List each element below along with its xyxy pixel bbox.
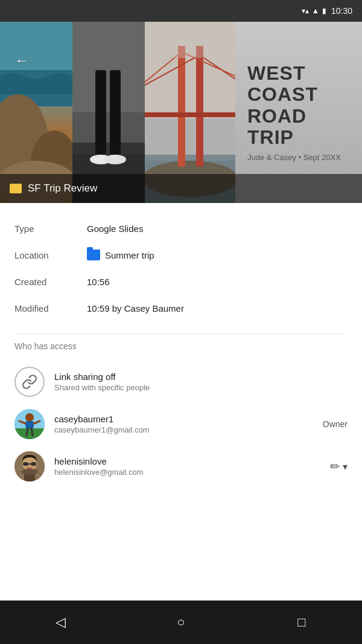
- road-trip-subtitle: Jude & Casey • Sept 20XX: [247, 153, 341, 162]
- casey-email: caseybaumer1@gmail.com: [54, 425, 313, 434]
- svg-rect-36: [23, 462, 28, 466]
- helen-avatar-image: [14, 451, 45, 481]
- created-value: 10:56: [87, 277, 110, 287]
- created-row: Created 10:56: [14, 268, 348, 295]
- nav-back-button[interactable]: ◁: [48, 610, 72, 634]
- status-time: 10:30: [331, 6, 352, 16]
- svg-rect-10: [110, 70, 121, 155]
- svg-line-32: [27, 428, 28, 436]
- nav-back-icon: ◁: [56, 614, 66, 630]
- access-section: Who has access Link sharing off Shared w…: [0, 334, 362, 488]
- battery-icon: ▮: [322, 7, 326, 15]
- type-value: Google Slides: [87, 224, 143, 234]
- helen-email: helenisinlove@gmail.com: [54, 468, 320, 477]
- file-icon: [10, 184, 22, 193]
- link-sharing-item[interactable]: Link sharing off Shared with specific pe…: [14, 361, 348, 403]
- wifi-icon: ▾▴: [302, 7, 309, 15]
- modified-label: Modified: [14, 303, 87, 314]
- road-trip-title: WEST COAST ROAD TRIP: [247, 63, 350, 148]
- svg-point-40: [21, 469, 38, 475]
- location-label: Location: [14, 250, 87, 260]
- status-bar: ▾▴ ▲ ▮ 10:30: [0, 0, 362, 22]
- svg-point-12: [104, 155, 126, 164]
- status-icons: ▾▴ ▲ ▮: [302, 7, 326, 15]
- nav-recents-button[interactable]: □: [290, 610, 314, 634]
- folder-icon: [87, 250, 100, 260]
- file-title-bar: SF Trip Review: [0, 174, 362, 203]
- created-label: Created: [14, 277, 87, 287]
- info-section: Type Google Slides Location Summer trip …: [0, 203, 362, 333]
- signal-icon: ▲: [312, 7, 319, 15]
- link-sharing-info: Link sharing off Shared with specific pe…: [54, 372, 348, 392]
- casey-username: caseybaumer1: [54, 414, 313, 424]
- bottom-nav: ◁ ○ □: [0, 601, 362, 644]
- type-label: Type: [14, 224, 87, 234]
- svg-rect-19: [196, 46, 203, 167]
- svg-line-33: [31, 428, 33, 436]
- svg-rect-6: [72, 22, 145, 112]
- link-sharing-name: Link sharing off: [54, 372, 348, 382]
- back-button[interactable]: ←: [10, 48, 34, 72]
- link-sharing-avatar: [14, 367, 45, 397]
- dropdown-icon[interactable]: ▾: [343, 461, 348, 472]
- casey-avatar: [14, 409, 45, 439]
- back-arrow-icon: ←: [14, 52, 29, 69]
- modified-value: 10:59 by Casey Baumer: [87, 303, 184, 314]
- location-text: Summer trip: [105, 250, 154, 260]
- helen-info: helenisinlove helenisinlove@gmail.com: [54, 456, 320, 477]
- svg-point-28: [25, 413, 34, 422]
- user-helen-item: helenisinlove helenisinlove@gmail.com ✏ …: [14, 445, 348, 488]
- casey-info: caseybaumer1 caseybaumer1@gmail.com: [54, 414, 313, 434]
- nav-home-button[interactable]: ○: [169, 610, 193, 634]
- svg-rect-9: [95, 70, 106, 155]
- casey-avatar-image: [14, 409, 45, 439]
- nav-recents-icon: □: [297, 614, 305, 630]
- helen-actions[interactable]: ✏ ▾: [330, 459, 348, 474]
- edit-icon[interactable]: ✏: [330, 459, 340, 474]
- link-sharing-description: Shared with specific people: [54, 383, 348, 392]
- casey-role: Owner: [323, 419, 348, 429]
- helen-avatar: [14, 451, 45, 481]
- user-casey-item: caseybaumer1 caseybaumer1@gmail.com Owne…: [14, 403, 348, 445]
- type-row: Type Google Slides: [14, 215, 348, 242]
- nav-home-icon: ○: [177, 614, 185, 630]
- link-icon: [22, 374, 37, 390]
- svg-rect-27: [14, 428, 45, 439]
- svg-rect-37: [31, 462, 36, 466]
- header-image: WEST COAST ROAD TRIP Jude & Casey • Sept…: [0, 22, 362, 203]
- modified-row: Modified 10:59 by Casey Baumer: [14, 295, 348, 321]
- svg-rect-24: [145, 112, 235, 117]
- helen-username: helenisinlove: [54, 456, 320, 466]
- access-title: Who has access: [14, 341, 348, 351]
- svg-rect-25: [145, 22, 235, 58]
- svg-rect-29: [25, 421, 34, 428]
- location-value: Summer trip: [87, 250, 154, 260]
- file-title-text: SF Trip Review: [28, 182, 97, 195]
- location-row: Location Summer trip: [14, 242, 348, 268]
